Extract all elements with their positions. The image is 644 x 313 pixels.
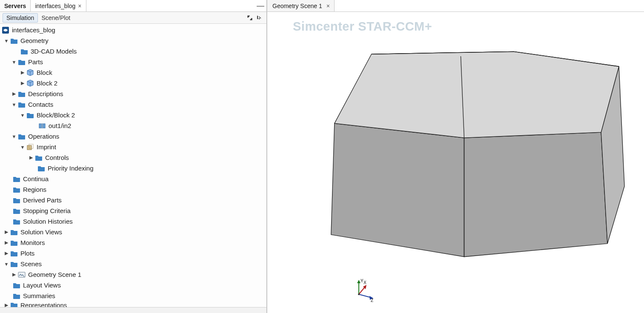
- chevron-down-icon[interactable]: ▼: [11, 102, 17, 108]
- scene-3d-viewport[interactable]: Simcenter STAR-CCM+: [267, 12, 644, 313]
- simulation-tree[interactable]: interfaces_blog ▼ Geometry ▶: [0, 24, 266, 307]
- tree-label: Block 2: [37, 80, 57, 87]
- tree-label: Representations: [20, 302, 67, 307]
- tree-link-icon[interactable]: [245, 13, 255, 23]
- chevron-right-icon[interactable]: ▶: [11, 91, 17, 97]
- tree-node-priority-indexing[interactable]: ▶ Priority Indexing: [1, 163, 266, 174]
- chevron-right-icon[interactable]: ▶: [3, 240, 9, 246]
- tree-node-representations[interactable]: ▶ Representations: [1, 301, 266, 307]
- tree-label: Parts: [28, 58, 43, 65]
- tree-label: Priority Indexing: [48, 165, 94, 172]
- axis-z-label: Z: [371, 298, 373, 303]
- simulation-tree-panel: Servers interfaces_blog × — Simulation S…: [0, 0, 267, 313]
- scene-tab-geometry-scene-1[interactable]: Geometry Scene 1 ×: [267, 0, 335, 11]
- folder-icon: [26, 111, 34, 119]
- subtab-simulation[interactable]: Simulation: [3, 13, 38, 23]
- folder-icon: [13, 282, 20, 289]
- folder-icon: [10, 250, 18, 257]
- tree-node-solution-histories[interactable]: ▶ Solution Histories: [1, 216, 266, 227]
- close-icon[interactable]: ×: [326, 3, 330, 9]
- tree-node-monitors[interactable]: ▶ Monitors: [1, 237, 266, 248]
- subtab-scene-plot[interactable]: Scene/Plot: [38, 14, 74, 22]
- tree-node-descriptions[interactable]: ▶ Descriptions: [1, 88, 266, 99]
- axis-triad[interactable]: Y X Z: [350, 277, 376, 303]
- chevron-down-icon[interactable]: ▼: [3, 38, 9, 44]
- chevron-right-icon[interactable]: ▶: [20, 70, 26, 76]
- chevron-right-icon[interactable]: ▶: [3, 229, 9, 235]
- tree-node-parts[interactable]: ▼ Parts: [1, 57, 266, 67]
- tree-label: Block/Block 2: [37, 111, 75, 119]
- folder-icon: [13, 207, 20, 215]
- svg-marker-21: [357, 280, 361, 283]
- chevron-down-icon[interactable]: ▼: [3, 261, 9, 267]
- chevron-down-icon[interactable]: ▼: [11, 134, 17, 139]
- folder-icon: [10, 37, 18, 45]
- minimize-panel-button[interactable]: —: [255, 0, 266, 11]
- tree-node-controls[interactable]: ▶ Controls: [1, 152, 266, 163]
- folder-icon: [18, 101, 26, 108]
- tree-node-operations[interactable]: ▼ Operations: [1, 131, 266, 142]
- tree-node-geometry[interactable]: ▼ Geometry: [1, 35, 266, 46]
- tree-node-block-2[interactable]: ▶ Block 2: [1, 78, 266, 88]
- tree-label: Plots: [20, 250, 34, 257]
- chevron-right-icon[interactable]: ▶: [3, 250, 9, 256]
- folder-icon: [35, 154, 43, 162]
- folder-icon: [13, 196, 20, 204]
- folder-icon: [13, 186, 20, 193]
- tab-servers[interactable]: Servers: [0, 0, 31, 11]
- tree-label: Geometry Scene 1: [28, 271, 81, 278]
- axis-y-label: Y: [361, 279, 364, 283]
- tree-node-scenes[interactable]: ▼ Scenes: [1, 259, 266, 269]
- tree-root-interfaces-blog[interactable]: interfaces_blog: [1, 25, 266, 35]
- tree-label: Controls: [45, 154, 69, 161]
- left-tabs-row: Servers interfaces_blog × —: [0, 0, 266, 12]
- tree-node-derived-parts[interactable]: ▶ Derived Parts: [1, 195, 266, 205]
- tree-label: Regions: [23, 186, 46, 193]
- tree-node-continua[interactable]: ▶ Continua: [1, 174, 266, 184]
- tree-node-contacts[interactable]: ▼ Contacts: [1, 99, 266, 110]
- interface-icon: [38, 122, 46, 130]
- svg-point-0: [248, 16, 249, 17]
- chevron-right-icon[interactable]: ▶: [11, 272, 17, 278]
- tree-label: Scenes: [20, 260, 42, 267]
- chevron-down-icon[interactable]: ▼: [11, 59, 17, 65]
- tree-node-plots[interactable]: ▶ Plots: [1, 248, 266, 259]
- tree-label: Derived Parts: [23, 196, 62, 204]
- tree-node-solution-views[interactable]: ▶ Solution Views: [1, 227, 266, 237]
- tree-node-3d-cad-models[interactable]: ▶ 3D-CAD Models: [1, 46, 266, 57]
- tree-node-regions[interactable]: ▶ Regions: [1, 184, 266, 195]
- tree-node-block[interactable]: ▶ Block: [1, 67, 266, 78]
- svg-point-26: [358, 293, 360, 295]
- tab-interfaces-blog[interactable]: interfaces_blog ×: [31, 0, 86, 11]
- tree-node-contact-block-block2[interactable]: ▼ Block/Block 2: [1, 110, 266, 120]
- folder-icon: [10, 228, 18, 236]
- tree-node-summaries[interactable]: ▶ Summaries: [1, 290, 266, 301]
- subtab-simulation-label: Simulation: [6, 14, 34, 21]
- tree-label: Summaries: [23, 292, 55, 299]
- tree-node-layout-views[interactable]: ▶ Layout Views: [1, 280, 266, 290]
- geometry-model[interactable]: [267, 12, 644, 313]
- svg-rect-7: [27, 145, 31, 150]
- tree-node-stopping-criteria[interactable]: ▶ Stopping Criteria: [1, 205, 266, 216]
- tab-servers-label: Servers: [4, 3, 26, 9]
- chevron-down-icon[interactable]: ▼: [20, 112, 26, 118]
- scene-icon: [18, 271, 26, 279]
- tree-node-geometry-scene-1[interactable]: ▶ Geometry Scene 1: [1, 269, 266, 280]
- chevron-right-icon[interactable]: ▶: [20, 80, 26, 86]
- chevron-down-icon[interactable]: ▼: [20, 144, 26, 150]
- part-cube-icon: [26, 80, 34, 87]
- axis-x-label: X: [364, 280, 366, 285]
- close-icon[interactable]: ×: [78, 3, 81, 9]
- svg-marker-12: [331, 123, 464, 257]
- tree-label: Monitors: [20, 239, 45, 246]
- tree-node-imprint[interactable]: ▼ Imprint: [1, 142, 266, 152]
- tab-file-label: interfaces_blog: [35, 3, 75, 9]
- chevron-right-icon[interactable]: ▶: [3, 302, 9, 307]
- tree-node-contact-out1-in2[interactable]: ▶ out1/in2: [1, 120, 266, 131]
- scene-tabs-row: Geometry Scene 1 ×: [267, 0, 644, 12]
- tree-menu-dropdown[interactable]: [255, 13, 264, 23]
- svg-rect-4: [39, 124, 41, 128]
- tree-label: Contacts: [28, 101, 53, 108]
- chevron-right-icon[interactable]: ▶: [28, 155, 34, 161]
- folder-icon: [10, 239, 18, 247]
